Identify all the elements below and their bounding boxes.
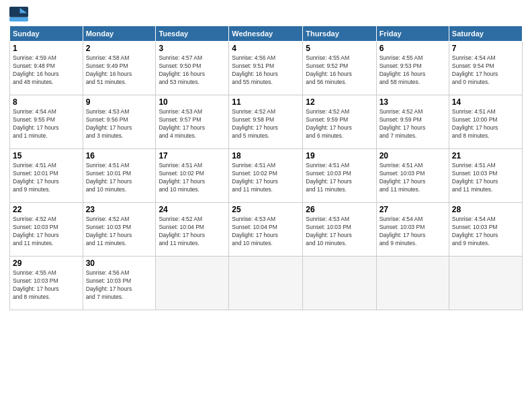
day-cell: 26Sunrise: 4:53 AM Sunset: 10:03 PM Dayl…	[303, 203, 376, 257]
day-number: 26	[306, 205, 373, 214]
day-number: 9	[86, 97, 153, 107]
day-cell: 8Sunrise: 4:54 AM Sunset: 9:55 PM Daylig…	[10, 95, 83, 149]
weekday-header-row: SundayMondayTuesdayWednesdayThursdayFrid…	[10, 26, 523, 42]
day-info: Sunrise: 4:56 AM Sunset: 9:51 PM Dayligh…	[232, 54, 300, 87]
day-info: Sunrise: 4:55 AM Sunset: 9:52 PM Dayligh…	[306, 54, 373, 87]
day-number: 22	[13, 205, 80, 214]
day-number: 7	[452, 44, 519, 53]
weekday-header-tuesday: Tuesday	[156, 26, 229, 42]
day-info: Sunrise: 4:56 AM Sunset: 10:03 PM Daylig…	[86, 269, 153, 302]
day-info: Sunrise: 4:57 AM Sunset: 9:50 PM Dayligh…	[159, 54, 226, 87]
day-info: Sunrise: 4:52 AM Sunset: 10:04 PM Daylig…	[159, 216, 226, 248]
day-number: 18	[232, 151, 300, 161]
day-number: 29	[13, 259, 80, 268]
day-cell: 12Sunrise: 4:52 AM Sunset: 9:59 PM Dayli…	[303, 95, 376, 149]
week-row-5: 29Sunrise: 4:55 AM Sunset: 10:03 PM Dayl…	[10, 257, 523, 310]
day-cell: 21Sunrise: 4:51 AM Sunset: 10:03 PM Dayl…	[449, 149, 522, 203]
day-number: 10	[159, 97, 226, 107]
week-row-2: 8Sunrise: 4:54 AM Sunset: 9:55 PM Daylig…	[10, 95, 523, 149]
week-row-1: 1Sunrise: 4:59 AM Sunset: 9:48 PM Daylig…	[10, 42, 523, 95]
day-cell: 20Sunrise: 4:51 AM Sunset: 10:03 PM Dayl…	[376, 149, 449, 203]
day-number: 2	[86, 44, 153, 53]
day-cell: 18Sunrise: 4:51 AM Sunset: 10:02 PM Dayl…	[229, 149, 303, 203]
day-number: 3	[159, 44, 226, 53]
day-cell: 23Sunrise: 4:52 AM Sunset: 10:03 PM Dayl…	[83, 203, 156, 257]
day-cell: 6Sunrise: 4:55 AM Sunset: 9:53 PM Daylig…	[376, 42, 449, 95]
day-number: 5	[306, 44, 373, 53]
day-cell: 25Sunrise: 4:53 AM Sunset: 10:04 PM Dayl…	[229, 203, 303, 257]
day-info: Sunrise: 4:51 AM Sunset: 10:00 PM Daylig…	[452, 108, 519, 140]
day-info: Sunrise: 4:55 AM Sunset: 9:53 PM Dayligh…	[380, 54, 446, 87]
week-row-4: 22Sunrise: 4:52 AM Sunset: 10:03 PM Dayl…	[10, 203, 523, 257]
day-number: 8	[13, 97, 80, 107]
day-number: 4	[232, 44, 300, 53]
day-info: Sunrise: 4:51 AM Sunset: 10:01 PM Daylig…	[86, 162, 153, 194]
day-info: Sunrise: 4:52 AM Sunset: 10:03 PM Daylig…	[86, 216, 153, 248]
page-header	[9, 7, 523, 21]
day-cell: 7Sunrise: 4:54 AM Sunset: 9:54 PM Daylig…	[449, 42, 522, 95]
day-number: 28	[452, 205, 519, 214]
day-cell: 16Sunrise: 4:51 AM Sunset: 10:01 PM Dayl…	[83, 149, 156, 203]
week-row-3: 15Sunrise: 4:51 AM Sunset: 10:01 PM Dayl…	[10, 149, 523, 203]
day-info: Sunrise: 4:52 AM Sunset: 9:59 PM Dayligh…	[306, 108, 373, 140]
day-cell: 13Sunrise: 4:52 AM Sunset: 9:59 PM Dayli…	[376, 95, 449, 149]
day-cell: 29Sunrise: 4:55 AM Sunset: 10:03 PM Dayl…	[10, 257, 83, 310]
day-cell: 3Sunrise: 4:57 AM Sunset: 9:50 PM Daylig…	[156, 42, 229, 95]
day-info: Sunrise: 4:55 AM Sunset: 10:03 PM Daylig…	[13, 269, 80, 302]
day-cell	[303, 257, 376, 310]
day-info: Sunrise: 4:58 AM Sunset: 9:49 PM Dayligh…	[86, 54, 153, 87]
weekday-header-thursday: Thursday	[303, 26, 376, 42]
day-cell	[156, 257, 229, 310]
day-number: 17	[159, 151, 226, 161]
day-cell: 17Sunrise: 4:51 AM Sunset: 10:02 PM Dayl…	[156, 149, 229, 203]
svg-rect-2	[9, 17, 28, 21]
day-info: Sunrise: 4:51 AM Sunset: 10:03 PM Daylig…	[380, 162, 446, 194]
day-number: 11	[232, 97, 300, 107]
day-cell: 27Sunrise: 4:54 AM Sunset: 10:03 PM Dayl…	[376, 203, 449, 257]
day-cell: 28Sunrise: 4:54 AM Sunset: 10:03 PM Dayl…	[449, 203, 522, 257]
day-info: Sunrise: 4:54 AM Sunset: 10:03 PM Daylig…	[452, 216, 519, 248]
day-info: Sunrise: 4:52 AM Sunset: 10:03 PM Daylig…	[13, 216, 80, 248]
day-number: 13	[380, 97, 446, 107]
day-number: 24	[159, 205, 226, 214]
weekday-header-friday: Friday	[376, 26, 449, 42]
day-number: 12	[306, 97, 373, 107]
weekday-header-sunday: Sunday	[10, 26, 83, 42]
day-info: Sunrise: 4:59 AM Sunset: 9:48 PM Dayligh…	[13, 54, 80, 87]
day-number: 20	[380, 151, 446, 161]
day-cell	[229, 257, 303, 310]
day-number: 15	[13, 151, 80, 161]
calendar-table: SundayMondayTuesdayWednesdayThursdayFrid…	[9, 26, 523, 310]
day-info: Sunrise: 4:51 AM Sunset: 10:03 PM Daylig…	[452, 162, 519, 194]
day-number: 6	[380, 44, 446, 53]
day-cell: 5Sunrise: 4:55 AM Sunset: 9:52 PM Daylig…	[303, 42, 376, 95]
day-cell: 11Sunrise: 4:52 AM Sunset: 9:58 PM Dayli…	[229, 95, 303, 149]
day-cell: 19Sunrise: 4:51 AM Sunset: 10:03 PM Dayl…	[303, 149, 376, 203]
day-info: Sunrise: 4:52 AM Sunset: 9:59 PM Dayligh…	[380, 108, 446, 140]
day-cell: 15Sunrise: 4:51 AM Sunset: 10:01 PM Dayl…	[10, 149, 83, 203]
day-cell: 22Sunrise: 4:52 AM Sunset: 10:03 PM Dayl…	[10, 203, 83, 257]
day-info: Sunrise: 4:51 AM Sunset: 10:01 PM Daylig…	[13, 162, 80, 194]
day-cell	[376, 257, 449, 310]
day-number: 27	[380, 205, 446, 214]
day-cell: 4Sunrise: 4:56 AM Sunset: 9:51 PM Daylig…	[229, 42, 303, 95]
logo-icon	[9, 7, 28, 21]
day-cell: 30Sunrise: 4:56 AM Sunset: 10:03 PM Dayl…	[83, 257, 156, 310]
day-info: Sunrise: 4:53 AM Sunset: 10:04 PM Daylig…	[232, 216, 300, 248]
weekday-header-monday: Monday	[83, 26, 156, 42]
day-cell: 9Sunrise: 4:53 AM Sunset: 9:56 PM Daylig…	[83, 95, 156, 149]
day-cell: 10Sunrise: 4:53 AM Sunset: 9:57 PM Dayli…	[156, 95, 229, 149]
day-number: 25	[232, 205, 300, 214]
day-info: Sunrise: 4:54 AM Sunset: 10:03 PM Daylig…	[380, 216, 446, 248]
day-info: Sunrise: 4:51 AM Sunset: 10:02 PM Daylig…	[159, 162, 226, 194]
day-cell: 14Sunrise: 4:51 AM Sunset: 10:00 PM Dayl…	[449, 95, 522, 149]
day-info: Sunrise: 4:51 AM Sunset: 10:02 PM Daylig…	[232, 162, 300, 194]
day-cell: 24Sunrise: 4:52 AM Sunset: 10:04 PM Dayl…	[156, 203, 229, 257]
day-info: Sunrise: 4:51 AM Sunset: 10:03 PM Daylig…	[306, 162, 373, 194]
day-number: 14	[452, 97, 519, 107]
day-number: 16	[86, 151, 153, 161]
day-number: 21	[452, 151, 519, 161]
page-container: SundayMondayTuesdayWednesdayThursdayFrid…	[0, 0, 532, 411]
day-cell: 2Sunrise: 4:58 AM Sunset: 9:49 PM Daylig…	[83, 42, 156, 95]
weekday-header-wednesday: Wednesday	[229, 26, 303, 42]
